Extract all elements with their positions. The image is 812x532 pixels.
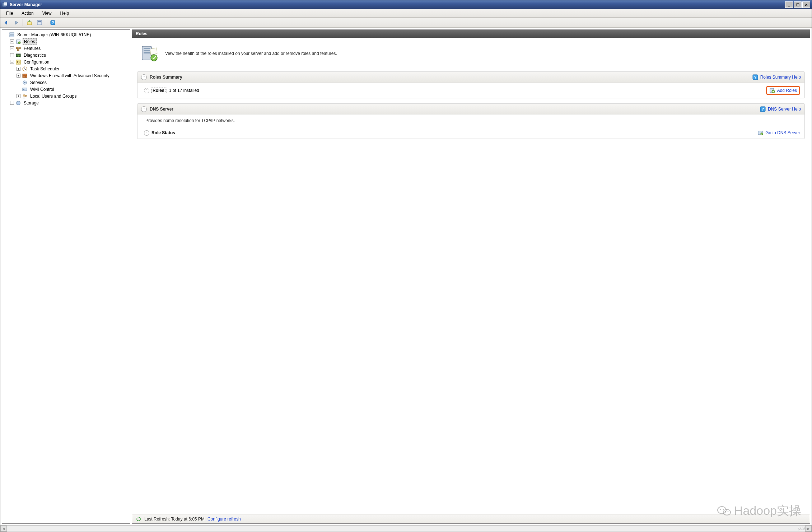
menu-view[interactable]: View <box>39 10 55 17</box>
configure-refresh-link[interactable]: Configure refresh <box>207 517 241 522</box>
tree-item-services[interactable]: Services <box>17 79 130 86</box>
svg-point-21 <box>24 82 25 83</box>
section-dns-server: ˄ DNS Server ? DNS Server Help Provides … <box>137 103 805 139</box>
maximize-button[interactable]: ☐ <box>794 1 802 8</box>
dns-help-link[interactable]: ? DNS Server Help <box>760 106 801 112</box>
roles-icon <box>15 39 21 45</box>
expander-icon <box>4 33 8 37</box>
add-roles-link[interactable]: Add Roles <box>769 88 797 93</box>
expander-icon[interactable]: + <box>10 39 14 43</box>
roles-label: Roles: <box>151 88 167 93</box>
storage-icon <box>15 100 21 106</box>
svg-rect-1 <box>4 2 7 6</box>
roles-big-icon <box>140 44 159 63</box>
expander-icon[interactable]: + <box>10 53 14 57</box>
expander-icon[interactable]: + <box>10 101 14 105</box>
svg-rect-5 <box>38 23 41 23</box>
goto-icon <box>757 130 763 136</box>
roles-count-row: ˅ Roles: 1 of 17 installed Add Roles <box>137 83 804 98</box>
firewall-icon <box>22 73 28 79</box>
dns-help-label: DNS Server Help <box>768 107 801 112</box>
section-title-roles-summary: Roles Summary <box>150 75 752 80</box>
tree-item-wmi[interactable]: WMI Control <box>17 86 130 93</box>
intro-row: View the health of the roles installed o… <box>132 38 810 71</box>
help-icon: ? <box>752 74 758 80</box>
server-icon <box>9 32 15 38</box>
svg-rect-4 <box>38 21 41 22</box>
tree-item-features[interactable]: + Features <box>10 45 130 52</box>
add-roles-highlight: Add Roles <box>766 86 800 95</box>
section-header-dns[interactable]: ˄ DNS Server ? DNS Server Help <box>137 104 804 115</box>
expander-icon <box>17 80 20 84</box>
svg-point-25 <box>25 95 27 97</box>
menu-action[interactable]: Action <box>18 10 37 17</box>
navigation-tree[interactable]: Server Manager (WIN-6KKUQIL51NE) + Roles <box>2 29 130 524</box>
toolbar-separator <box>23 19 23 26</box>
users-icon <box>22 93 28 99</box>
tree-label-local-users: Local Users and Groups <box>29 93 78 99</box>
chevron-down-icon[interactable]: ˅ <box>144 88 149 93</box>
svg-rect-29 <box>144 50 150 51</box>
horizontal-scrollbar[interactable]: ◄ ► <box>0 525 812 532</box>
back-button[interactable] <box>2 19 10 27</box>
svg-rect-28 <box>144 48 150 49</box>
content-header: Roles <box>132 30 810 38</box>
refresh-icon <box>136 516 141 522</box>
expander-icon[interactable]: + <box>17 94 20 98</box>
tree-item-roles[interactable]: + Roles <box>10 38 130 45</box>
tree-item-storage[interactable]: + Storage <box>10 99 130 106</box>
minimize-button[interactable]: _ <box>785 1 793 8</box>
svg-rect-8 <box>10 33 14 34</box>
tree-item-configuration[interactable]: − Configuration <box>10 59 130 65</box>
help-button[interactable]: ? <box>48 19 57 27</box>
menu-file[interactable]: File <box>3 10 17 17</box>
content-panel: Roles View the healt <box>132 29 810 524</box>
expander-icon[interactable]: + <box>17 67 20 71</box>
title-bar[interactable]: Server Manager _ ☐ ✕ <box>0 0 812 9</box>
expander-icon[interactable]: + <box>17 74 20 78</box>
diagnostics-icon <box>15 52 21 58</box>
chevron-up-icon[interactable]: ˄ <box>141 106 147 112</box>
window-controls: _ ☐ ✕ <box>784 1 810 8</box>
svg-point-39 <box>761 133 763 135</box>
chevron-down-icon[interactable]: ˅ <box>144 130 149 136</box>
menu-help[interactable]: Help <box>57 10 73 17</box>
svg-text:?: ? <box>52 20 54 25</box>
wmi-icon <box>22 87 28 92</box>
svg-text:?: ? <box>762 107 764 111</box>
properties-button[interactable] <box>35 19 44 27</box>
intro-text: View the health of the roles installed o… <box>165 51 337 56</box>
toolbar-separator-2 <box>46 19 46 26</box>
tree-item-firewall[interactable]: + Windows Firewall with Advanced Securit… <box>17 72 130 79</box>
scroll-right-arrow[interactable]: ► <box>805 526 812 532</box>
svg-rect-12 <box>16 47 18 49</box>
tree-label-wmi: WMI Control <box>29 87 55 92</box>
add-roles-label: Add Roles <box>777 88 797 93</box>
svg-rect-2 <box>27 22 32 25</box>
tree-label-firewall: Windows Firewall with Advanced Security <box>29 73 111 79</box>
svg-rect-14 <box>17 49 19 51</box>
tree-item-local-users[interactable]: + Local Users and Groups <box>17 93 130 99</box>
window-title: Server Manager <box>10 2 782 7</box>
expander-icon[interactable]: − <box>10 60 14 64</box>
section-header-roles-summary[interactable]: ˄ Roles Summary ? Roles Summary Help <box>137 72 804 83</box>
dns-description: Provides name resolution for TCP/IP netw… <box>137 115 804 127</box>
expander-icon[interactable]: + <box>10 46 14 50</box>
help-icon: ? <box>760 106 766 112</box>
chevron-up-icon[interactable]: ˄ <box>141 74 147 80</box>
forward-button[interactable] <box>12 19 20 27</box>
roles-summary-help-link[interactable]: ? Roles Summary Help <box>752 74 801 80</box>
up-button[interactable] <box>25 19 34 27</box>
tree-root[interactable]: Server Manager (WIN-6KKUQIL51NE) <box>4 31 130 38</box>
tree-root-label: Server Manager (WIN-6KKUQIL51NE) <box>16 32 92 38</box>
tree-item-task-scheduler[interactable]: + Task Scheduler <box>17 65 130 72</box>
close-button[interactable]: ✕ <box>802 1 810 8</box>
tree-label-features: Features <box>23 46 42 51</box>
tree-item-diagnostics[interactable]: + Diagnostics <box>10 52 130 59</box>
server-manager-window: Server Manager _ ☐ ✕ File Action View He… <box>0 0 812 532</box>
server-manager-icon <box>2 2 8 8</box>
goto-dns-link[interactable]: Go to DNS Server <box>757 130 800 136</box>
scroll-left-arrow[interactable]: ◄ <box>0 526 7 532</box>
goto-dns-label: Go to DNS Server <box>765 130 800 135</box>
add-roles-icon <box>769 88 775 93</box>
